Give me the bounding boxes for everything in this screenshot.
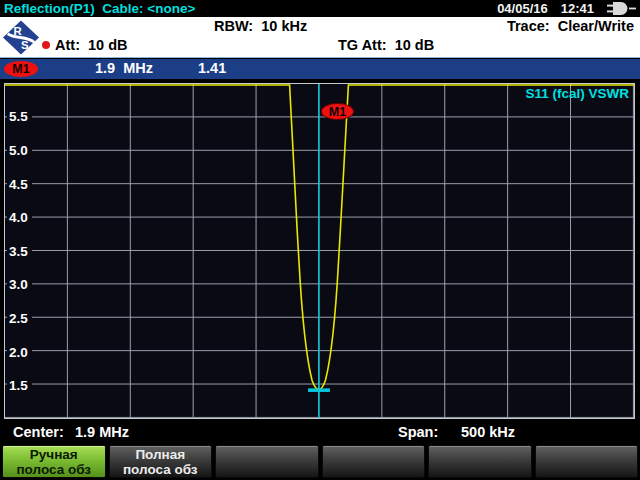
tg-att-field: TG Att: 10 dB [338,37,434,53]
y-axis-label: 4.5 [7,177,32,193]
red-dot-icon [42,41,50,49]
span-label: Span: [398,424,438,440]
y-axis-label: 4.0 [7,210,32,226]
rbw-label: RBW: [214,18,253,34]
marker-m1-badge: M1 [4,61,38,77]
marker-m1-flag[interactable]: M1 [321,103,354,120]
svg-text:S: S [21,39,29,51]
date-label: 04/05/16 [497,1,548,16]
y-axis-label: 5.0 [7,143,32,159]
rohde-schwarz-logo-icon: R S [2,19,40,59]
ac-plug-icon [607,2,636,15]
top-bar: Reflection(P1) Cable: <none> 04/05/16 12… [0,0,640,17]
y-axis-label: 5.5 [7,109,32,125]
att-label: Att: [55,37,80,53]
center-value: 1.9 MHz [75,424,129,440]
tg-att-label: TG Att: [338,37,387,53]
att-value: 10 dB [88,37,128,53]
softkey-label-line2: полоса обз [110,462,212,477]
softkey-empty-4[interactable] [322,445,426,478]
marker-readout-bar: M1 1.9 MHz 1.41 [0,59,640,79]
trace-mode-label: S11 (fcal) VSWR [525,86,629,101]
info-panel: R S RBW: 10 kHz Trace: Clear/Write Att: … [0,17,640,58]
att-field: Att: 10 dB [42,37,128,53]
y-axis-label: 3.5 [7,244,32,260]
tg-att-value: 10 dB [395,37,435,53]
softkey-empty-3[interactable] [215,445,319,478]
trace-plot: 5.5 5.0 4.5 4.0 3.5 3.0 2.5 2.0 1.5 S11 … [4,83,635,419]
trace-svg [5,84,634,418]
marker-frequency: 1.9 MHz [95,60,153,76]
vswr-trace [5,85,634,390]
softkey-full-span[interactable]: Полная полоса обз [109,445,213,478]
span-value: 500 kHz [461,424,515,440]
trace-label: Trace: [507,18,550,34]
softkey-empty-5[interactable] [428,445,532,478]
softkey-label-line1: Полная [110,447,212,462]
rbw-field: RBW: 10 kHz [214,18,307,34]
trace-field: Trace: Clear/Write [507,18,634,34]
frequency-bar: Center: 1.9 MHz Span: 500 kHz [0,422,640,444]
softkey-label-line1: Ручная [3,447,105,462]
trace-value: Clear/Write [558,18,634,34]
y-axis-label: 2.5 [7,311,32,327]
center-label: Center: [13,424,64,440]
svg-text:R: R [13,25,21,37]
time-label: 12:41 [561,1,594,16]
softkey-empty-6[interactable] [535,445,639,478]
softkey-label-line2: полоса обз [3,462,105,477]
softkey-manual-span[interactable]: Ручная полоса обз [2,445,106,478]
marker-value: 1.41 [198,60,226,76]
y-axis-label: 3.0 [7,277,32,293]
softkey-bar: Ручная полоса обз Полная полоса обз [0,444,640,480]
status-area: 04/05/16 12:41 [497,1,636,16]
y-axis-label: 1.5 [7,378,32,394]
analyzer-screen: Reflection(P1) Cable: <none> 04/05/16 12… [0,0,640,480]
measurement-title: Reflection(P1) Cable: <none> [4,1,195,16]
y-axis-label: 2.0 [7,345,32,361]
rbw-value: 10 kHz [261,18,307,34]
